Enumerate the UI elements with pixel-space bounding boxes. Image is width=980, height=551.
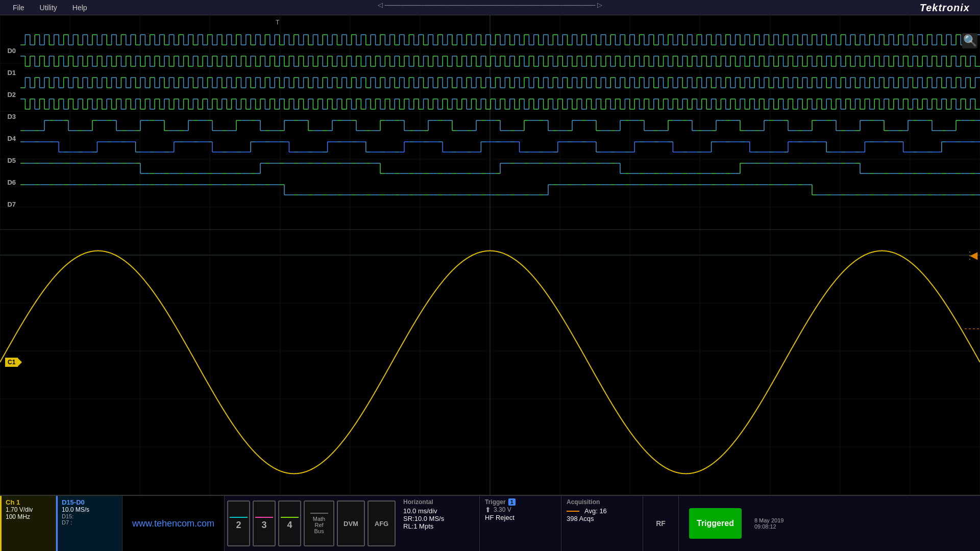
horizontal-time-div: 10.0 ms/div bbox=[403, 507, 474, 515]
triggered-button[interactable]: Triggered bbox=[689, 508, 742, 539]
afg-button[interactable]: AFG bbox=[368, 500, 396, 546]
d15-label: D15: bbox=[62, 513, 118, 519]
ch1-voltage-div: 1.70 V/div bbox=[6, 506, 52, 513]
horizontal-sample-rate: SR:10.0 MS/s bbox=[403, 515, 474, 522]
ch4-button[interactable]: 4 bbox=[278, 500, 301, 546]
menu-bar: File Utility Help ◁ ────────────────────… bbox=[0, 0, 980, 15]
rising-edge-icon: ⬆ bbox=[485, 506, 491, 514]
d15d0-sample-rate: 10.0 MS/s bbox=[62, 506, 118, 513]
d15d0-title: D15-D0 bbox=[62, 498, 118, 506]
tektronix-logo: Tektronix bbox=[920, 2, 970, 14]
ch2-button[interactable]: 2 bbox=[227, 500, 250, 546]
d6-label: D6 bbox=[0, 179, 18, 186]
trigger-channel-badge: 1 bbox=[508, 498, 516, 506]
digital-area: D0 D1 D2 D3 D4 D5 D6 D7 bbox=[0, 15, 965, 230]
scope-display: D0 D1 D2 D3 D4 D5 D6 D7 C1 ◀ ⋮ 🔍 bbox=[0, 15, 980, 495]
ch2-label: 2 bbox=[236, 520, 241, 531]
ch1-title: Ch 1 bbox=[6, 498, 52, 506]
trigger-voltage: 3.30 V bbox=[494, 506, 511, 513]
acquisition-title: Acquisition bbox=[567, 498, 638, 506]
d4-label: D4 bbox=[0, 135, 18, 142]
d15d0-section: D15-D0 10.0 MS/s D15: D7 : bbox=[56, 496, 122, 551]
website-url: www.tehencom.com bbox=[132, 518, 214, 529]
magnifier-icon[interactable]: 🔍 bbox=[962, 33, 977, 48]
d1-label: D1 bbox=[0, 69, 18, 77]
file-menu[interactable]: File bbox=[5, 0, 32, 15]
acquisition-section: Acquisition Avg: 16 398 Acqs bbox=[561, 496, 643, 551]
ch1-bandwidth: 100 MHz bbox=[6, 513, 52, 520]
utility-menu[interactable]: Utility bbox=[32, 0, 65, 15]
d7-label: D7 bbox=[0, 201, 18, 208]
d7-label: D7 : bbox=[62, 519, 118, 525]
horizontal-record-length: RL:1 Mpts bbox=[403, 522, 474, 530]
acquisition-mode: Avg: 16 bbox=[584, 507, 607, 515]
d2-label: D2 bbox=[0, 91, 18, 98]
triggered-area: Triggered bbox=[679, 496, 752, 551]
dvm-label: DVM bbox=[344, 520, 358, 528]
dvm-button[interactable]: DVM bbox=[337, 500, 365, 546]
d5-label: D5 bbox=[0, 157, 18, 164]
trigger-edge: ⬆ 3.30 V bbox=[485, 506, 556, 514]
time-display: 09:08:12 bbox=[754, 523, 783, 530]
afg-label: AFG bbox=[375, 520, 388, 528]
status-bar: Ch 1 1.70 V/div 100 MHz D15-D0 10.0 MS/s… bbox=[0, 495, 980, 551]
acquisition-count: 398 Acqs bbox=[567, 515, 638, 522]
rf-label: RF bbox=[656, 519, 666, 528]
trigger-coupling: HF Reject bbox=[485, 514, 556, 521]
date-display: 8 May 2019 bbox=[754, 517, 783, 523]
horizontal-title: Horizontal bbox=[403, 498, 474, 506]
help-menu[interactable]: Help bbox=[65, 0, 95, 15]
ch1-section: Ch 1 1.70 V/div 100 MHz bbox=[0, 496, 56, 551]
trigger-title-text: Trigger bbox=[485, 498, 506, 506]
ch3-button[interactable]: 3 bbox=[253, 500, 276, 546]
ch4-label: 4 bbox=[287, 520, 292, 531]
horizontal-section: Horizontal 10.0 ms/div SR:10.0 MS/s RL:1… bbox=[398, 496, 480, 551]
datetime-section: 8 May 2019 09:08:12 bbox=[754, 517, 783, 530]
math-ref-bus-button[interactable]: Math Ref Bus bbox=[304, 500, 334, 546]
trigger-title: Trigger 1 bbox=[485, 498, 556, 506]
d0-label: D0 bbox=[0, 47, 18, 55]
rf-section: RF bbox=[643, 496, 679, 551]
website-section: www.tehencom.com bbox=[122, 496, 225, 551]
trigger-indicator: ◁ ──────────────────────────────────────… bbox=[378, 1, 602, 9]
channel-buttons-group: 2 3 4 Math Ref Bus DVM AFG bbox=[225, 496, 398, 551]
trigger-section: Trigger 1 ⬆ 3.30 V HF Reject bbox=[480, 496, 561, 551]
vertical-dots-menu[interactable]: ⋮ bbox=[965, 249, 975, 261]
ch3-label: 3 bbox=[261, 520, 266, 531]
c1-label: C1 bbox=[5, 358, 18, 367]
math-ref-bus-label: Math Ref Bus bbox=[313, 516, 325, 534]
d3-label: D3 bbox=[0, 113, 18, 120]
